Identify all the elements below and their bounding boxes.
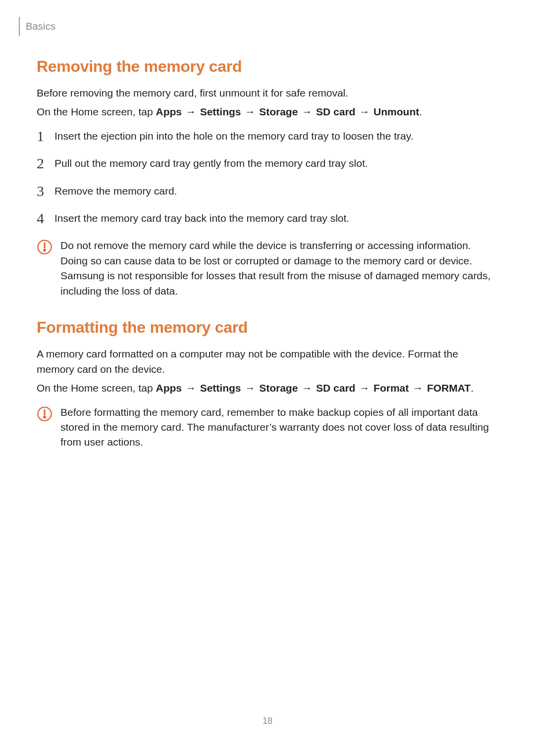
- removing-steps-list: Insert the ejection pin into the hole on…: [37, 129, 498, 226]
- path-step: SD card: [316, 106, 355, 117]
- removing-intro: Before removing the memory card, first u…: [37, 86, 498, 101]
- formatting-path: On the Home screen, tap Apps → Settings …: [37, 381, 498, 396]
- arrow-icon: →: [242, 382, 258, 394]
- svg-point-5: [44, 416, 46, 418]
- removing-caution-text: Do not remove the memory card while the …: [60, 238, 498, 299]
- arrow-icon: →: [183, 382, 199, 394]
- formatting-caution-callout: Before formatting the memory card, remem…: [37, 405, 498, 450]
- svg-point-2: [44, 250, 46, 252]
- path-step: SD card: [316, 382, 355, 394]
- path-step: Apps: [156, 382, 182, 394]
- header-section-tab: Basics: [19, 17, 498, 36]
- arrow-icon: →: [356, 106, 373, 117]
- path-step: FORMAT: [427, 382, 471, 394]
- arrow-icon: →: [356, 382, 373, 394]
- arrow-icon: →: [299, 382, 315, 394]
- path-step: Storage: [259, 382, 298, 394]
- step-item: Insert the ejection pin into the hole on…: [37, 129, 498, 143]
- formatting-caution-text: Before formatting the memory card, remem…: [60, 405, 498, 450]
- caution-icon: [37, 406, 53, 422]
- section-title-formatting: Formatting the memory card: [37, 318, 498, 337]
- arrow-icon: →: [410, 382, 426, 394]
- header-section-label: Basics: [26, 21, 55, 32]
- path-step: Unmount: [374, 106, 419, 117]
- path-step: Apps: [156, 106, 182, 117]
- step-item: Pull out the memory card tray gently fro…: [37, 156, 498, 170]
- path-step: Storage: [259, 106, 298, 117]
- caution-icon: [37, 239, 53, 255]
- path-step: Format: [374, 382, 409, 394]
- path-step: Settings: [200, 382, 241, 394]
- path-step: Settings: [200, 106, 241, 117]
- step-item: Insert the memory card tray back into th…: [37, 211, 498, 225]
- arrow-icon: →: [242, 106, 258, 117]
- page-number: 18: [0, 716, 535, 726]
- section-title-removing: Removing the memory card: [37, 57, 498, 76]
- formatting-intro: A memory card formatted on a computer ma…: [37, 347, 498, 377]
- arrow-icon: →: [299, 106, 315, 117]
- removing-path: On the Home screen, tap Apps → Settings …: [37, 104, 498, 119]
- arrow-icon: →: [183, 106, 199, 117]
- step-item: Remove the memory card.: [37, 184, 498, 198]
- removing-caution-callout: Do not remove the memory card while the …: [37, 238, 498, 299]
